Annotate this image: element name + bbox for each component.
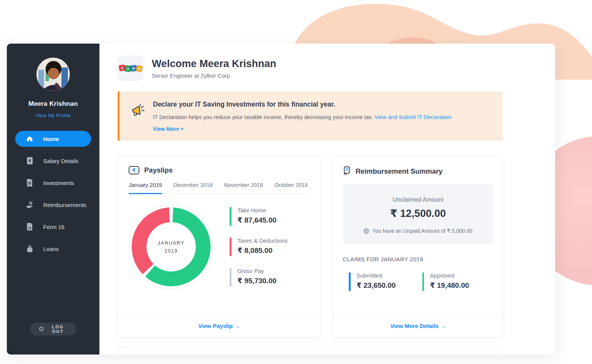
banner-text: IT Declaration helps you reduce your tax… bbox=[153, 114, 373, 120]
claim-label: Approved bbox=[430, 272, 469, 279]
payslip-legend: Take Home ₹ 87,645.00 Taxes & Deductions… bbox=[230, 207, 288, 287]
legend-item-gross-pay: Gross Pay ₹ 95,730.00 bbox=[230, 268, 288, 287]
sidebar-item-label: Salary Details bbox=[43, 158, 79, 164]
it-declaration-link[interactable]: View and Submit IT Declaration bbox=[375, 114, 452, 120]
logout-button[interactable]: LOG OUT bbox=[30, 323, 76, 336]
payslips-title: Payslips bbox=[144, 166, 173, 174]
rupee-badge-icon: ₹ bbox=[129, 166, 139, 174]
app-window: Meera Krishnan View My Profile Home ₹ Sa… bbox=[7, 44, 555, 355]
tab-december-2018[interactable]: December 2018 bbox=[173, 182, 213, 194]
sidebar-item-form16[interactable]: 16 Form 16 bbox=[7, 219, 99, 235]
tab-november-2018[interactable]: November 2018 bbox=[224, 182, 263, 194]
banner-body: IT Declaration helps you reduce your tax… bbox=[153, 113, 488, 121]
legend-label: Taxes & Deductions bbox=[238, 237, 288, 244]
next-card-peek bbox=[118, 347, 503, 355]
payslips-card: ₹ Payslips January 2019 December 2018 No… bbox=[118, 156, 321, 338]
sidebar-item-label: Investments bbox=[43, 180, 74, 186]
page-header: Z O H O Welcome Meera Krishnan Senior En… bbox=[118, 55, 555, 81]
unclaimed-amount: ₹ 12,500.00 bbox=[349, 207, 487, 220]
page-subtitle: Senior Engineer at Zylker Corp bbox=[152, 72, 276, 79]
payslip-month-tabs: January 2019 December 2018 November 2018… bbox=[129, 182, 310, 194]
sidebar-item-loans[interactable]: Loans bbox=[7, 241, 99, 257]
donut-month: JANUARY bbox=[158, 240, 185, 246]
info-icon: i bbox=[364, 228, 369, 234]
claim-submitted: Submitted ₹ 23,650.00 bbox=[349, 272, 396, 291]
claim-label: Submitted bbox=[357, 272, 396, 279]
legend-color-bar bbox=[230, 207, 231, 226]
svg-text:₹: ₹ bbox=[30, 202, 32, 204]
donut-center-label: JANUARY 2019 bbox=[146, 222, 196, 271]
reimbursement-title: Reimbursement Summary bbox=[356, 167, 442, 176]
power-icon bbox=[38, 326, 44, 333]
money-bag-icon bbox=[26, 245, 33, 253]
dashboard-cards: ₹ Payslips January 2019 December 2018 No… bbox=[118, 156, 503, 338]
legend-item-taxes-deductions: Taxes & Deductions ₹ 8,085.00 bbox=[230, 237, 288, 256]
sidebar: Meera Krishnan View My Profile Home ₹ Sa… bbox=[7, 44, 99, 355]
salary-document-icon: ₹ bbox=[26, 157, 33, 165]
coin-hand-icon: ₹ bbox=[26, 201, 33, 209]
legend-value: ₹ 95,730.00 bbox=[238, 276, 277, 285]
donut-year: 2019 bbox=[164, 248, 178, 254]
view-profile-link[interactable]: View My Profile bbox=[36, 113, 71, 118]
legend-label: Take Home bbox=[238, 207, 277, 213]
sidebar-item-label: Loans bbox=[43, 246, 59, 252]
view-more-details-link[interactable]: View More Details → bbox=[334, 314, 502, 337]
legend-value: ₹ 87,645.00 bbox=[238, 216, 277, 224]
tab-october-2018[interactable]: October 2018 bbox=[274, 182, 308, 194]
triangle-right-icon bbox=[181, 127, 183, 130]
payslip-donut-chart: JANUARY 2019 bbox=[132, 207, 211, 286]
banner-title: Declare your IT Saving Investments for t… bbox=[153, 100, 488, 108]
avatar-photo bbox=[36, 58, 70, 91]
legend-label: Gross Pay bbox=[238, 268, 277, 274]
sidebar-item-salary-details[interactable]: ₹ Salary Details bbox=[7, 153, 99, 169]
sidebar-item-label: Form 16 bbox=[43, 224, 65, 230]
svg-text:₹: ₹ bbox=[28, 159, 31, 163]
reimbursement-header: Reimbursement Summary bbox=[343, 166, 493, 177]
view-more-label: View More bbox=[153, 126, 179, 132]
legend-item-take-home: Take Home ₹ 87,645.00 bbox=[230, 207, 288, 226]
sidebar-item-label: Home bbox=[43, 136, 59, 142]
sidebar-item-label: Reimbursements bbox=[43, 202, 86, 208]
legend-color-bar bbox=[230, 268, 231, 287]
claim-approved: Approved ₹ 19,480.00 bbox=[422, 272, 469, 291]
claim-color-bar bbox=[349, 272, 351, 291]
legend-color-bar bbox=[230, 237, 231, 256]
page-title: Welcome Meera Krishnan bbox=[152, 58, 276, 70]
claim-value: ₹ 19,480.00 bbox=[430, 281, 469, 290]
zoho-logo: Z O H O bbox=[118, 55, 143, 81]
payslips-header: ₹ Payslips bbox=[129, 166, 310, 174]
claim-value: ₹ 23,650.00 bbox=[357, 281, 396, 290]
legend-value: ₹ 8,085.00 bbox=[238, 246, 288, 255]
claims-heading: CLAIMS FOR JANUARY 2019 bbox=[343, 256, 493, 262]
unpaid-note: You have an Unpaid Amount of ₹ 5,000.00 bbox=[372, 228, 472, 234]
sidebar-item-investments[interactable]: Investments bbox=[7, 175, 99, 191]
home-icon bbox=[26, 135, 33, 142]
svg-text:16: 16 bbox=[28, 226, 31, 230]
form16-icon: 16 bbox=[26, 223, 33, 231]
user-name: Meera Krishnan bbox=[28, 100, 78, 108]
reimbursement-summary-card: Reimbursement Summary Unclaimed Amount ₹… bbox=[333, 156, 503, 338]
sidebar-nav: Home ₹ Salary Details Investments ₹ Reim… bbox=[7, 131, 99, 263]
claims-stats: Submitted ₹ 23,650.00 Approved ₹ 19,480.… bbox=[343, 272, 493, 291]
donut-outline: JANUARY 2019 bbox=[129, 204, 214, 289]
view-more-link[interactable]: View More bbox=[153, 126, 488, 132]
sidebar-item-reimbursements[interactable]: ₹ Reimbursements bbox=[7, 197, 99, 213]
logo-letter: O bbox=[135, 65, 142, 72]
megaphone-icon bbox=[129, 104, 145, 121]
tab-january-2019[interactable]: January 2019 bbox=[129, 182, 162, 194]
unpaid-note-row: i You have an Unpaid Amount of ₹ 5,000.0… bbox=[349, 228, 487, 234]
payslip-chart-area: JANUARY 2019 Take Home ₹ 87,645.00 bbox=[129, 204, 310, 289]
view-payslip-link[interactable]: View Payslip → bbox=[118, 314, 320, 337]
avatar[interactable] bbox=[36, 58, 70, 91]
main-content: Z O H O Welcome Meera Krishnan Senior En… bbox=[99, 44, 555, 355]
unclaimed-label: Unclaimed Amount bbox=[349, 196, 487, 203]
unclaimed-amount-box: Unclaimed Amount ₹ 12,500.00 i You have … bbox=[343, 184, 493, 244]
sidebar-item-home[interactable]: Home bbox=[15, 131, 91, 147]
it-declaration-banner: Declare your IT Saving Investments for t… bbox=[118, 91, 503, 141]
document-lines-icon bbox=[26, 179, 33, 187]
scroll-icon bbox=[343, 166, 351, 177]
logout-label: LOG OUT bbox=[48, 325, 68, 334]
claim-color-bar bbox=[422, 272, 424, 291]
